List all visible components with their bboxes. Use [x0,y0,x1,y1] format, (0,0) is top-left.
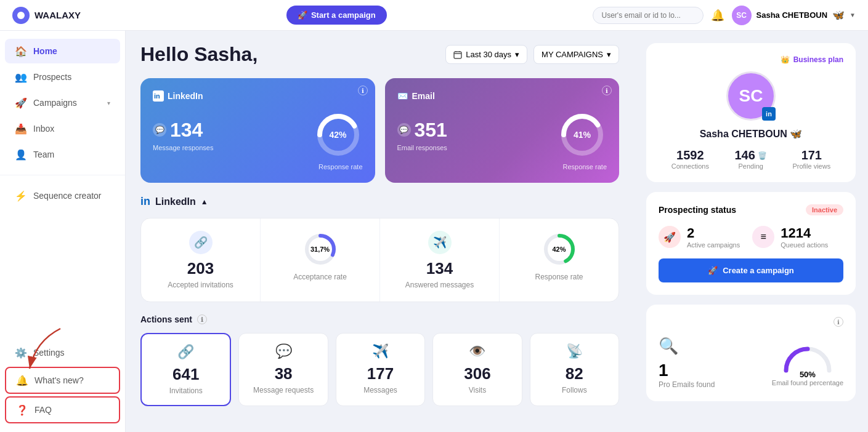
trash-icon: 🗑️ [758,151,767,160]
actions-header: Actions sent ℹ [140,314,619,324]
follows-icon: 📡 [540,343,609,359]
link-icon: 🔗 [189,231,213,254]
date-range-picker[interactable]: Last 30 days ▾ [445,45,527,64]
email-icon: ✉️ [397,90,408,102]
linkedin-donut: 42% [314,110,363,159]
header-controls: Last 30 days ▾ MY CAMPAIGNS ▾ [445,45,619,64]
sequence-icon: ⚡ [15,190,27,202]
sidebar-item-label: Sequence creator [33,191,110,201]
action-card-message-requests[interactable]: 💬 38 Message requests [238,333,328,406]
sidebar-item-label: Campaigns [33,98,101,108]
campaigns-icon: 🚀 [15,97,27,109]
email-finder-card: ℹ 🔍 1 Pro Emails found 50% Email found p… [646,305,856,401]
logo-icon [12,7,30,24]
rocket-icon: 🚀 [659,226,681,248]
linkedin-icon: in [153,90,164,102]
profile-emoji: 🦋 [790,129,802,139]
start-campaign-button[interactable]: 🚀 Start a campaign [286,6,387,25]
prospecting-header: Prospecting status Inactive [659,204,843,215]
response-rate-stat: 42% Response rate [500,218,619,302]
create-campaign-button[interactable]: 🚀 Create a campaign [659,258,843,282]
main-layout: 🏠 Home 👥 Prospects 🚀 Campaigns ▾ 📥 Inbox… [0,31,868,432]
chevron-down-icon: ▾ [515,50,519,59]
page-title: Hello Sasha, [140,43,258,66]
linkedin-section-header: in LinkedIn ▲ [140,195,619,208]
team-icon: 👤 [15,148,27,161]
message-request-icon: 💬 [249,343,317,359]
channel-cards-row: ℹ in LinkedIn 💬 134 Message responses [140,78,619,183]
main-content: Hello Sasha, Last 30 days ▾ MY CAMPAIGNS… [126,31,634,432]
action-card-messages[interactable]: ✈️ 177 Messages [336,333,425,406]
donut-legend: Response rate [153,163,363,170]
sidebar-item-label: Home [33,46,110,56]
info-icon[interactable]: ℹ [358,86,368,95]
app-logo: WAALAXY [12,7,81,24]
send-icon: ✈️ [428,231,452,254]
sidebar-item-sequence-creator[interactable]: ⚡ Sequence creator [5,183,120,208]
campaigns-filter[interactable]: MY CAMPAIGNS ▾ [533,45,619,64]
chevron-up-icon: ▲ [201,198,208,206]
sidebar-item-whats-new[interactable]: 🔔 What's new? [5,367,120,394]
topnav-center: 🚀 Start a campaign [91,6,583,25]
sidebar-item-inbox[interactable]: 📥 Inbox [5,116,120,141]
card-stat: 💬 351 Email responses [397,119,447,151]
sidebar-item-label: Inbox [33,124,110,134]
rocket-icon: 🚀 [298,10,307,20]
sidebar-item-campaigns[interactable]: 🚀 Campaigns ▾ [5,90,120,115]
info-icon[interactable]: ℹ [602,86,612,95]
donut-legend: Response rate [397,163,607,170]
sidebar-item-prospects[interactable]: 👥 Prospects [5,65,120,89]
pending-stat: 146 🗑️ Pending [735,148,767,170]
answered-messages-stat: ✈️ 134 Answered messages [380,218,500,302]
status-badge: Inactive [806,204,843,215]
profile-avatar-wrap: SC in [726,71,776,121]
search-input[interactable] [593,7,704,24]
rocket-icon: 🚀 [708,266,718,275]
sidebar-item-label: Settings [33,348,110,358]
action-card-invitations[interactable]: 🔗 641 Invitations [140,333,231,406]
visits-icon: 👁️ [443,343,511,359]
linkedin-section-icon: in [140,195,150,208]
page-header: Hello Sasha, Last 30 days ▾ MY CAMPAIGNS… [140,43,619,66]
sidebar-item-home[interactable]: 🏠 Home [5,39,120,63]
sidebar-item-faq[interactable]: ❓ FAQ [5,396,120,423]
donut-label: 42% [329,130,346,140]
prospects-icon: 👥 [15,71,27,83]
topnav-right: 🔔 SC Sasha CHETBOUN 🦋 ▼ [593,6,856,25]
pro-emails-stat: 🔍 1 Pro Emails found [659,337,715,389]
avatar: SC [732,6,752,25]
user-avatar-wrap[interactable]: SC Sasha CHETBOUN 🦋 ▼ [732,6,856,25]
sidebar-item-label: Team [33,150,110,159]
profile-stats-row: 1592 Connections 146 🗑️ Pending 171 Prof… [659,148,843,170]
card-header: ✉️ Email [397,90,607,102]
connections-stat: 1592 Connections [671,148,709,170]
bell-icon[interactable]: 🔔 [711,9,724,22]
action-card-visits[interactable]: 👁️ 306 Visits [432,333,522,406]
email-finder-body: 🔍 1 Pro Emails found 50% Email found per… [659,337,843,389]
acceptance-rate-stat: 31,7% Acceptance rate [261,218,380,302]
sidebar-item-label: Prospects [33,72,110,82]
active-campaigns-stat: 🚀 2 Active campaigns [659,225,740,249]
actions-section: Actions sent ℹ 🔗 641 Invitations 💬 38 Me… [140,314,619,406]
home-icon: 🏠 [15,45,27,57]
action-card-follows[interactable]: 📡 82 Follows [530,333,619,406]
sidebar-item-team[interactable]: 👤 Team [5,142,120,167]
chevron-down-icon: ▾ [107,100,110,106]
sidebar-item-settings[interactable]: ⚙️ Settings [5,340,120,365]
svg-rect-2 [454,52,461,58]
info-icon[interactable]: ℹ [197,314,207,324]
info-icon[interactable]: ℹ [834,317,843,327]
accepted-invitations-stat: 🔗 203 Accepted invitations [141,218,261,302]
linkedin-stats: 🔗 203 Accepted invitations 31,7% Accepta… [140,218,619,302]
chevron-down-icon: ▼ [850,12,856,18]
sidebar: 🏠 Home 👥 Prospects 🚀 Campaigns ▾ 📥 Inbox… [0,31,126,432]
inbox-icon: 📥 [15,122,27,135]
sidebar-item-label: What's new? [34,375,109,385]
user-emoji: 🦋 [832,9,845,21]
profile-card: 👑 Business plan SC in Sasha CHETBOUN 🦋 1… [646,43,856,182]
settings-icon: ⚙️ [15,346,27,359]
link-icon: 🔗 [152,344,220,360]
email-finder-header: ℹ [659,317,843,327]
acceptance-rate-donut: 31,7% [302,231,339,268]
faq-icon: ❓ [16,404,28,416]
